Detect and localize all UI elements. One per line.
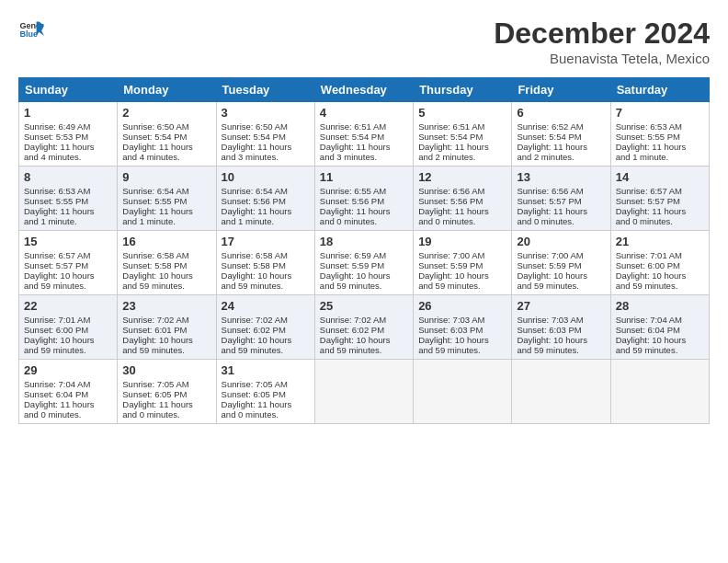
day-info-line: and 2 minutes. (517, 152, 605, 162)
header: General Blue December 2024 Buenavista Te… (18, 17, 710, 66)
day-info-line: Sunset: 6:00 PM (616, 260, 704, 270)
day-number: 2 (122, 106, 210, 120)
cell-week2-day2: 10Sunrise: 6:54 AMSunset: 5:56 PMDayligh… (216, 167, 314, 231)
day-info-line: Sunrise: 7:03 AM (418, 315, 506, 325)
day-info-line: and 59 minutes. (418, 281, 506, 291)
day-number: 19 (418, 235, 506, 248)
day-info-line: and 1 minute. (122, 216, 210, 226)
day-info-line: Sunset: 5:59 PM (418, 260, 506, 270)
day-info-line: Sunrise: 6:58 AM (122, 250, 210, 260)
cell-week5-day4 (414, 360, 512, 424)
day-info-line: Daylight: 11 hours (320, 206, 408, 216)
calendar-header: Sunday Monday Tuesday Wednesday Thursday… (19, 78, 710, 102)
day-info-line: Sunset: 5:54 PM (222, 132, 310, 142)
day-info-line: Sunset: 5:55 PM (616, 132, 704, 142)
day-info-line: Daylight: 11 hours (320, 142, 408, 152)
day-info-line: Sunrise: 6:56 AM (517, 186, 605, 196)
cell-week4-day4: 26Sunrise: 7:03 AMSunset: 6:03 PMDayligh… (414, 295, 512, 360)
day-info-line: Sunrise: 6:51 AM (418, 121, 506, 132)
day-info-line: Daylight: 10 hours (418, 270, 506, 281)
week-row-4: 22Sunrise: 7:01 AMSunset: 6:00 PMDayligh… (19, 295, 710, 360)
day-number: 22 (24, 299, 112, 313)
logo: General Blue (18, 17, 44, 42)
day-info-line: Sunrise: 6:57 AM (24, 250, 112, 260)
day-number: 28 (616, 299, 704, 313)
day-info-line: Daylight: 11 hours (222, 399, 310, 409)
cell-week4-day1: 23Sunrise: 7:02 AMSunset: 6:01 PMDayligh… (118, 295, 216, 360)
day-info-line: Sunset: 5:54 PM (122, 132, 210, 142)
cell-week2-day3: 11Sunrise: 6:55 AMSunset: 5:56 PMDayligh… (314, 167, 413, 231)
cell-week2-day4: 12Sunrise: 6:56 AMSunset: 5:56 PMDayligh… (414, 167, 512, 231)
day-info-line: Sunrise: 7:04 AM (24, 379, 112, 389)
col-friday: Friday (512, 78, 610, 102)
cell-week3-day3: 18Sunrise: 6:59 AMSunset: 5:59 PMDayligh… (314, 231, 413, 295)
day-info-line: Daylight: 10 hours (418, 335, 506, 345)
day-number: 13 (517, 170, 605, 184)
cell-week5-day0: 29Sunrise: 7:04 AMSunset: 6:04 PMDayligh… (19, 360, 118, 424)
day-info-line: Sunrise: 6:53 AM (616, 121, 704, 132)
cell-week4-day2: 24Sunrise: 7:02 AMSunset: 6:02 PMDayligh… (216, 295, 314, 360)
day-number: 11 (320, 170, 408, 184)
day-info-line: Daylight: 11 hours (24, 399, 112, 409)
day-info-line: Daylight: 10 hours (517, 270, 605, 281)
day-info-line: and 0 minutes. (418, 216, 506, 226)
day-info-line: and 1 minute. (24, 216, 112, 226)
cell-week1-day4: 5Sunrise: 6:51 AMSunset: 5:54 PMDaylight… (414, 102, 512, 167)
day-info-line: Sunrise: 7:02 AM (320, 315, 408, 325)
day-info-line: Sunset: 6:04 PM (616, 325, 704, 335)
day-info-line: Daylight: 11 hours (616, 206, 704, 216)
day-info-line: Sunset: 5:54 PM (320, 132, 408, 142)
day-info-line: Sunrise: 7:05 AM (122, 379, 210, 389)
col-wednesday: Wednesday (314, 78, 413, 102)
header-row: Sunday Monday Tuesday Wednesday Thursday… (19, 78, 710, 102)
day-info-line: Sunset: 6:01 PM (122, 325, 210, 335)
day-info-line: Sunrise: 6:54 AM (122, 186, 210, 196)
day-info-line: and 1 minute. (616, 152, 704, 162)
day-info-line: Sunrise: 6:53 AM (24, 186, 112, 196)
day-info-line: and 59 minutes. (418, 345, 506, 355)
cell-week2-day0: 8Sunrise: 6:53 AMSunset: 5:55 PMDaylight… (19, 167, 118, 231)
day-number: 24 (222, 299, 310, 313)
day-info-line: Sunrise: 6:55 AM (320, 186, 408, 196)
logo-icon: General Blue (18, 17, 44, 42)
day-number: 25 (320, 299, 408, 313)
day-info-line: Sunset: 6:05 PM (222, 389, 310, 399)
day-info-line: Daylight: 10 hours (24, 270, 112, 281)
day-info-line: Daylight: 10 hours (320, 335, 408, 345)
subtitle: Buenavista Tetela, Mexico (494, 51, 710, 66)
cell-week2-day6: 14Sunrise: 6:57 AMSunset: 5:57 PMDayligh… (610, 167, 709, 231)
day-info-line: Sunrise: 6:51 AM (320, 121, 408, 132)
day-info-line: and 59 minutes. (222, 281, 310, 291)
cell-week4-day5: 27Sunrise: 7:03 AMSunset: 6:03 PMDayligh… (512, 295, 610, 360)
day-info-line: and 59 minutes. (320, 281, 408, 291)
day-info-line: Sunset: 5:56 PM (320, 196, 408, 206)
day-info-line: Sunset: 6:05 PM (122, 389, 210, 399)
main-title: December 2024 (494, 17, 710, 51)
day-number: 31 (222, 363, 310, 377)
day-number: 27 (517, 299, 605, 313)
day-info-line: Sunset: 5:53 PM (24, 132, 112, 142)
day-info-line: and 0 minutes. (24, 409, 112, 419)
day-info-line: Daylight: 10 hours (222, 270, 310, 281)
day-info-line: Sunrise: 7:00 AM (418, 250, 506, 260)
day-info-line: Sunrise: 7:02 AM (122, 315, 210, 325)
day-info-line: Sunrise: 7:02 AM (222, 315, 310, 325)
day-info-line: and 3 minutes. (222, 152, 310, 162)
day-info-line: and 59 minutes. (24, 345, 112, 355)
day-info-line: and 0 minutes. (122, 409, 210, 419)
day-info-line: Sunrise: 6:54 AM (222, 186, 310, 196)
day-number: 12 (418, 170, 506, 184)
day-number: 26 (418, 299, 506, 313)
day-info-line: and 59 minutes. (24, 281, 112, 291)
day-info-line: Sunset: 5:59 PM (517, 260, 605, 270)
day-info-line: Daylight: 11 hours (418, 206, 506, 216)
day-info-line: Sunrise: 6:58 AM (222, 250, 310, 260)
cell-week4-day6: 28Sunrise: 7:04 AMSunset: 6:04 PMDayligh… (610, 295, 709, 360)
day-info-line: and 1 minute. (222, 216, 310, 226)
day-number: 15 (24, 235, 112, 248)
day-info-line: Sunset: 5:57 PM (24, 260, 112, 270)
day-info-line: Sunset: 5:54 PM (517, 132, 605, 142)
week-row-3: 15Sunrise: 6:57 AMSunset: 5:57 PMDayligh… (19, 231, 710, 295)
day-info-line: Sunrise: 6:52 AM (517, 121, 605, 132)
day-number: 14 (616, 170, 704, 184)
